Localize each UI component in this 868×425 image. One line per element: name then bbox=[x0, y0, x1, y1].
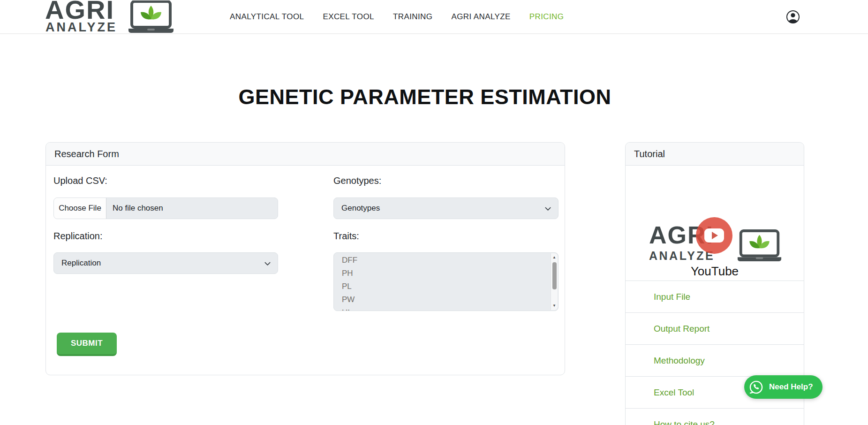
chevron-down-icon bbox=[264, 260, 271, 267]
csv-file-input[interactable]: Choose File No file chosen bbox=[53, 197, 278, 219]
page-title: GENETIC PARAMETER ESTIMATION bbox=[45, 85, 804, 109]
agri-analyze-logo[interactable]: AGRI ANALYZE bbox=[45, 0, 176, 34]
trait-option-pl[interactable]: PL bbox=[334, 280, 558, 293]
tutorial-link-input-file[interactable]: Input File bbox=[626, 281, 804, 312]
replication-select[interactable]: Replication bbox=[53, 252, 278, 274]
replication-selected-value: Replication bbox=[61, 258, 101, 268]
traits-label: Traits: bbox=[333, 231, 359, 242]
youtube-caption: YouTube bbox=[626, 264, 804, 279]
top-navbar: AGRI ANALYZE ANALYTICAL TOOLEXCEL TOOLTR… bbox=[0, 0, 868, 34]
traits-options: DFFPHPLPWHI bbox=[334, 254, 558, 311]
tutorial-link-how-to-cite-us[interactable]: How to cite us? bbox=[626, 408, 804, 425]
user-account-icon[interactable] bbox=[785, 9, 800, 24]
youtube-play-icon bbox=[704, 228, 724, 243]
logo-text-analyze: ANALYZE bbox=[45, 20, 117, 35]
nav-item-agri-analyze[interactable]: AGRI ANALYZE bbox=[451, 12, 510, 22]
upload-csv-label: Upload CSV: bbox=[53, 175, 107, 186]
laptop-plant-icon bbox=[128, 0, 174, 34]
scrollbar-thumb[interactable] bbox=[552, 262, 557, 289]
tutorial-link-list: Input FileOutput ReportMethodologyExcel … bbox=[626, 281, 804, 425]
choose-file-button[interactable]: Choose File bbox=[54, 198, 106, 219]
nav-item-analytical-tool[interactable]: ANALYTICAL TOOL bbox=[230, 12, 304, 22]
youtube-play-overlay-icon[interactable] bbox=[696, 217, 732, 254]
nav-item-pricing[interactable]: PRICING bbox=[529, 12, 564, 22]
genotypes-select[interactable]: Genotypes bbox=[333, 197, 559, 219]
genotypes-selected-value: Genotypes bbox=[341, 204, 380, 213]
trait-option-pw[interactable]: PW bbox=[334, 293, 558, 306]
research-form-header: Research Form bbox=[46, 143, 565, 166]
tutorial-link-output-report[interactable]: Output Report bbox=[626, 312, 804, 344]
research-form-card: Research Form Upload CSV: Choose File No… bbox=[45, 142, 565, 375]
whatsapp-help-button[interactable]: Need Help? bbox=[744, 375, 823, 399]
youtube-video-thumbnail[interactable]: AGRI ANALYZE YouTube bbox=[626, 166, 804, 281]
traits-scrollbar[interactable]: ▲ ▼ bbox=[551, 253, 558, 310]
laptop-plant-icon bbox=[737, 228, 782, 264]
scroll-up-arrow-icon[interactable]: ▲ bbox=[551, 254, 558, 261]
genotypes-label: Genotypes: bbox=[333, 175, 381, 186]
whatsapp-icon bbox=[747, 379, 765, 396]
trait-option-hi[interactable]: HI bbox=[334, 306, 558, 311]
submit-button[interactable]: SUBMIT bbox=[57, 333, 117, 356]
chevron-down-icon bbox=[544, 205, 551, 212]
file-chosen-status: No file chosen bbox=[106, 204, 163, 213]
tutorial-header: Tutorial bbox=[626, 143, 804, 166]
tutorial-link-methodology[interactable]: Methodology bbox=[626, 344, 804, 376]
whatsapp-help-label: Need Help? bbox=[769, 382, 813, 392]
scroll-down-arrow-icon[interactable]: ▼ bbox=[551, 302, 558, 310]
trait-option-dff[interactable]: DFF bbox=[334, 254, 558, 267]
traits-multiselect[interactable]: DFFPHPLPWHI ▲ ▼ bbox=[333, 252, 559, 311]
nav-item-training[interactable]: TRAINING bbox=[393, 12, 432, 22]
trait-option-ph[interactable]: PH bbox=[334, 267, 558, 280]
nav-item-excel-tool[interactable]: EXCEL TOOL bbox=[323, 12, 374, 22]
replication-label: Replication: bbox=[53, 231, 103, 242]
main-navigation: ANALYTICAL TOOLEXCEL TOOLTRAININGAGRI AN… bbox=[230, 0, 564, 34]
